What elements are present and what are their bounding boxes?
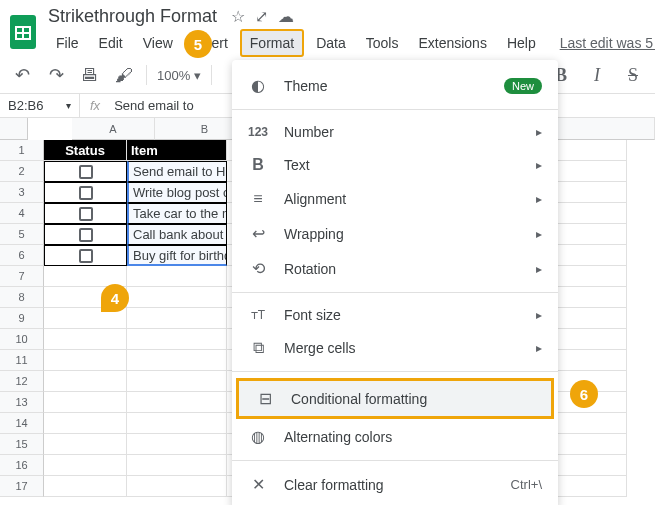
menu-alternating-colors[interactable]: ◍Alternating colors <box>232 419 558 454</box>
paint-format-icon[interactable]: 🖌 <box>112 63 136 87</box>
checkbox-icon <box>79 186 93 200</box>
row-header[interactable]: 16 <box>0 455 44 476</box>
bold-icon: B <box>248 156 268 174</box>
chevron-right-icon: ▸ <box>536 158 542 172</box>
item-cell[interactable]: Write blog post o <box>127 182 227 203</box>
menu-data[interactable]: Data <box>308 31 354 55</box>
last-edit-link[interactable]: Last edit was 5 minu <box>560 35 655 51</box>
new-badge: New <box>504 78 542 94</box>
menu-clear-formatting[interactable]: ✕Clear formattingCtrl+\ <box>232 467 558 502</box>
checkbox-icon <box>79 207 93 221</box>
chevron-right-icon: ▸ <box>536 308 542 322</box>
row-header[interactable]: 9 <box>0 308 44 329</box>
menu-view[interactable]: View <box>135 31 181 55</box>
conditional-icon: ⊟ <box>255 389 275 408</box>
item-cell[interactable]: Send email to HP <box>127 161 227 182</box>
cloud-icon[interactable]: ☁ <box>278 7 294 26</box>
format-menu-dropdown: ◐ThemeNew 123Number▸ BText▸ ≡Alignment▸ … <box>232 60 558 505</box>
alternating-icon: ◍ <box>248 427 268 446</box>
chevron-right-icon: ▸ <box>536 125 542 139</box>
print-icon[interactable]: 🖶 <box>78 63 102 87</box>
zoom-select[interactable]: 100% ▾ <box>157 68 201 83</box>
wrap-icon: ↩ <box>248 224 268 243</box>
row-header[interactable]: 6 <box>0 245 44 266</box>
menubar: File Edit View Insert Format Data Tools … <box>48 29 655 57</box>
menu-theme[interactable]: ◐ThemeNew <box>232 68 558 103</box>
menu-wrapping[interactable]: ↩Wrapping▸ <box>232 216 558 251</box>
row-header[interactable]: 11 <box>0 350 44 371</box>
checkbox-cell[interactable] <box>44 245 127 266</box>
col-header-a[interactable]: A <box>72 118 155 140</box>
annotation-4: 4 <box>101 284 129 312</box>
menu-fontsize[interactable]: ᴛTFont size▸ <box>232 299 558 331</box>
chevron-right-icon: ▸ <box>536 192 542 206</box>
row-header[interactable]: 10 <box>0 329 44 350</box>
checkbox-icon <box>79 228 93 242</box>
undo-icon[interactable]: ↶ <box>10 63 34 87</box>
cell-header-status[interactable]: Status <box>44 140 127 161</box>
menu-edit[interactable]: Edit <box>91 31 131 55</box>
italic-button[interactable]: I <box>585 63 609 87</box>
menu-extensions[interactable]: Extensions <box>410 31 494 55</box>
row-header[interactable]: 3 <box>0 182 44 203</box>
item-cell[interactable]: Buy gift for birthd <box>127 245 227 266</box>
sheets-logo[interactable] <box>10 11 36 53</box>
row-header[interactable]: 8 <box>0 287 44 308</box>
rotation-icon: ⟲ <box>248 259 268 278</box>
checkbox-cell[interactable] <box>44 182 127 203</box>
fontsize-icon: ᴛT <box>248 308 268 322</box>
menu-help[interactable]: Help <box>499 31 544 55</box>
checkbox-icon <box>79 165 93 179</box>
chevron-right-icon: ▸ <box>536 227 542 241</box>
name-box[interactable]: B2:B6▾ <box>0 94 80 117</box>
menu-format[interactable]: Format <box>240 29 304 57</box>
number-icon: 123 <box>248 125 268 139</box>
menu-merge[interactable]: ⧉Merge cells▸ <box>232 331 558 365</box>
menu-alignment[interactable]: ≡Alignment▸ <box>232 182 558 216</box>
row-header[interactable]: 17 <box>0 476 44 497</box>
menu-text[interactable]: BText▸ <box>232 148 558 182</box>
row-header[interactable]: 4 <box>0 203 44 224</box>
redo-icon[interactable]: ↷ <box>44 63 68 87</box>
chevron-down-icon: ▾ <box>66 100 71 111</box>
row-header[interactable]: 14 <box>0 413 44 434</box>
menu-tools[interactable]: Tools <box>358 31 407 55</box>
row-header[interactable]: 7 <box>0 266 44 287</box>
row-header[interactable]: 13 <box>0 392 44 413</box>
star-icon[interactable]: ☆ <box>231 7 245 26</box>
annotation-5: 5 <box>184 30 212 58</box>
merge-icon: ⧉ <box>248 339 268 357</box>
row-header[interactable]: 1 <box>0 140 44 161</box>
chevron-right-icon: ▸ <box>536 262 542 276</box>
item-cell[interactable]: Call bank about r <box>127 224 227 245</box>
align-icon: ≡ <box>248 190 268 208</box>
col-header-f[interactable] <box>555 118 655 140</box>
menu-file[interactable]: File <box>48 31 87 55</box>
checkbox-icon <box>79 249 93 263</box>
theme-icon: ◐ <box>248 76 268 95</box>
chevron-down-icon: ▾ <box>194 68 201 83</box>
move-icon[interactable]: ⤢ <box>255 7 268 26</box>
checkbox-cell[interactable] <box>44 161 127 182</box>
row-header[interactable]: 15 <box>0 434 44 455</box>
document-title[interactable]: Strikethrough Format <box>48 6 217 27</box>
row-header[interactable]: 5 <box>0 224 44 245</box>
title-bar: Strikethrough Format ☆ ⤢ ☁ File Edit Vie… <box>10 6 645 57</box>
annotation-6: 6 <box>570 380 598 408</box>
checkbox-cell[interactable] <box>44 224 127 245</box>
menu-conditional-formatting[interactable]: ⊟Conditional formatting <box>239 381 551 416</box>
menu-number[interactable]: 123Number▸ <box>232 116 558 148</box>
menu-rotation[interactable]: ⟲Rotation▸ <box>232 251 558 286</box>
chevron-right-icon: ▸ <box>536 341 542 355</box>
strikethrough-button[interactable]: S <box>621 63 645 87</box>
row-header[interactable]: 2 <box>0 161 44 182</box>
formula-value[interactable]: Send email to <box>110 94 198 117</box>
clear-icon: ✕ <box>248 475 268 494</box>
row-header[interactable]: 12 <box>0 371 44 392</box>
shortcut-label: Ctrl+\ <box>511 477 542 492</box>
cell-header-item[interactable]: Item <box>127 140 227 161</box>
item-cell[interactable]: Take car to the m <box>127 203 227 224</box>
checkbox-cell[interactable] <box>44 203 127 224</box>
fx-label: fx <box>80 94 110 117</box>
